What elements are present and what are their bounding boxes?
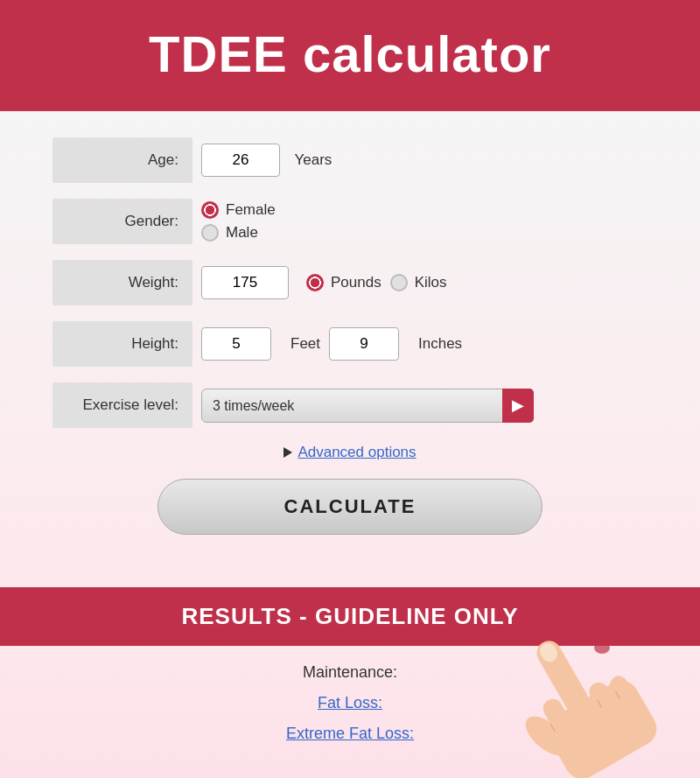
gender-label: Gender: xyxy=(52,199,192,244)
exercise-row: Exercise level: Sedentary (little or no … xyxy=(52,382,648,428)
age-label: Age: xyxy=(52,137,192,183)
calculate-button[interactable]: CALCULATE xyxy=(158,479,542,535)
gender-group: Female Male xyxy=(201,201,276,242)
pounds-option[interactable]: Pounds xyxy=(306,274,382,291)
inches-label: Inches xyxy=(418,335,462,353)
height-feet-input[interactable] xyxy=(201,327,271,361)
height-row: Height: Feet Inches xyxy=(52,321,648,367)
app-container: TDEE calculator Age: Years Gender: Femal… xyxy=(0,0,700,778)
maintenance-label: Maintenance: xyxy=(303,663,397,682)
gender-male-option[interactable]: Male xyxy=(201,224,276,242)
age-row: Age: Years xyxy=(52,137,648,183)
gender-content: Female Male xyxy=(192,201,276,242)
fat-loss-link[interactable]: Fat Loss: xyxy=(318,694,382,712)
exercise-content: Sedentary (little or no exercise) 1-2 ti… xyxy=(192,389,534,423)
kilos-radio[interactable] xyxy=(390,274,408,291)
feet-label: Feet xyxy=(290,335,320,353)
exercise-select-wrapper: Sedentary (little or no exercise) 1-2 ti… xyxy=(201,389,534,423)
height-inches-input[interactable] xyxy=(329,327,399,361)
page-title: TDEE calculator xyxy=(18,25,682,83)
gender-male-label: Male xyxy=(226,224,258,242)
form-area: Age: Years Gender: Female Male xyxy=(0,111,700,587)
gender-female-label: Female xyxy=(226,201,276,219)
svg-point-11 xyxy=(594,641,610,654)
weight-label: Weight: xyxy=(52,260,192,305)
age-content: Years xyxy=(192,144,332,177)
gender-female-option[interactable]: Female xyxy=(201,201,276,219)
gender-row: Gender: Female Male xyxy=(52,199,648,244)
height-content: Feet Inches xyxy=(192,327,462,361)
age-unit-label: Years xyxy=(294,151,332,168)
results-body: Maintenance: Fat Loss: Extreme Fat Loss: xyxy=(0,646,700,778)
pounds-radio[interactable] xyxy=(306,274,324,291)
height-inputs: Feet Inches xyxy=(201,327,462,361)
hand-svg xyxy=(472,611,700,778)
triangle-icon xyxy=(284,447,292,458)
advanced-options-label: Advanced options xyxy=(298,444,416,461)
gender-female-radio[interactable] xyxy=(201,201,219,219)
age-input[interactable] xyxy=(201,144,280,177)
exercise-label: Exercise level: xyxy=(52,382,192,428)
weight-input[interactable] xyxy=(201,266,289,299)
weight-row: Weight: Pounds Kilos xyxy=(52,260,648,305)
pounds-label: Pounds xyxy=(331,274,382,291)
advanced-options-row: Advanced options xyxy=(52,444,648,461)
gender-male-radio[interactable] xyxy=(201,224,219,242)
page-header: TDEE calculator xyxy=(0,0,700,111)
height-label: Height: xyxy=(52,321,192,367)
kilos-option[interactable]: Kilos xyxy=(390,274,447,291)
advanced-options-button[interactable]: Advanced options xyxy=(284,444,416,461)
extreme-fat-loss-link[interactable]: Extreme Fat Loss: xyxy=(286,725,414,743)
hand-illustration xyxy=(472,611,700,778)
exercise-select[interactable]: Sedentary (little or no exercise) 1-2 ti… xyxy=(201,389,534,423)
kilos-label: Kilos xyxy=(415,274,447,291)
weight-units: Pounds Kilos xyxy=(306,274,447,291)
weight-content: Pounds Kilos xyxy=(192,266,447,299)
